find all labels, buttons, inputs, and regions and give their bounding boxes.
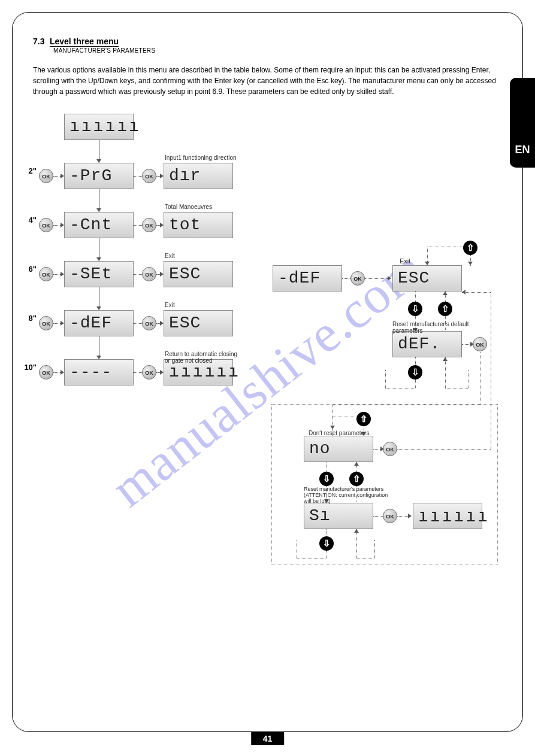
lcd-left-4: -dEF: [64, 310, 134, 336]
lcd-right-2: tot: [164, 212, 233, 238]
lcd-def-start: -dEF: [273, 265, 342, 292]
section-title: Level three menu: [50, 37, 119, 47]
ok-button[interactable]: OK: [142, 267, 156, 281]
row-label: Total Manoeuvres: [165, 204, 212, 210]
time-label: 6": [22, 265, 37, 274]
ok-button[interactable]: OK: [142, 316, 156, 330]
up-button[interactable]: ⇧: [349, 472, 364, 486]
section-paragraph: The various options available in this me…: [33, 65, 502, 97]
section-header: 7.3 Level three menu MANUFACTURER'S PARA…: [33, 36, 502, 54]
row-label: Return to automatic closing or gate not …: [165, 351, 237, 364]
up-button[interactable]: ⇧: [438, 302, 452, 316]
language-tab: EN: [510, 78, 535, 168]
row-label: Exit: [165, 302, 175, 308]
section-subtitle: MANUFACTURER'S PARAMETERS: [53, 47, 502, 54]
label-reset-default: Reset manufacturer's default parameters: [392, 321, 476, 334]
ok-button[interactable]: OK: [473, 337, 487, 351]
diagram: -dEF OK ESC ⇧ ⇩ ⇧ dEF. OK ⇩: [33, 114, 502, 569]
label-exit: Exit: [400, 257, 410, 265]
content: 7.3 Level three menu MANUFACTURER'S PARA…: [33, 36, 502, 720]
lcd-left-2: -Cnt: [64, 212, 134, 238]
down-button[interactable]: ⇩: [408, 365, 422, 379]
up-button[interactable]: ⇧: [356, 412, 371, 426]
confirm-box: [271, 404, 498, 564]
lcd-bars-right: ıııııı: [413, 503, 482, 529]
section-number: 7.3: [33, 37, 44, 46]
up-button[interactable]: ⇧: [463, 241, 477, 255]
lcd-right-4: ESC: [164, 310, 233, 336]
ok-button[interactable]: OK: [142, 218, 156, 232]
lcd-right-1: dır: [164, 163, 233, 189]
ok-button[interactable]: OK: [39, 267, 53, 281]
lcd-no: no: [304, 436, 373, 462]
lcd-si: Sı: [304, 503, 373, 529]
time-label: 4": [22, 215, 37, 224]
time-label: 2": [22, 166, 37, 175]
ok-button[interactable]: OK: [383, 442, 397, 456]
ok-button[interactable]: OK: [383, 509, 397, 523]
lcd-right-3: ESC: [164, 261, 233, 287]
ok-button[interactable]: OK: [39, 365, 53, 379]
lcd-left-3: -SEt: [64, 261, 134, 287]
label-notice: Reset manufacturer's parameters (ATTENTI…: [304, 486, 412, 504]
lcd-left-0: ıııııı: [64, 114, 134, 140]
time-label: 10": [22, 363, 37, 372]
lcd-def-dot: dEF.: [392, 331, 462, 357]
row-label: Exit: [165, 253, 175, 259]
ok-button[interactable]: OK: [142, 169, 156, 183]
lcd-left-1: -PrG: [64, 163, 134, 189]
lcd-left-5: ----: [64, 359, 134, 385]
ok-button[interactable]: OK: [39, 316, 53, 330]
time-label: 8": [22, 314, 37, 323]
page-number: 41: [251, 732, 285, 745]
lcd-esc-right: ESC: [392, 265, 462, 292]
row-label: Input1 functioning direction: [165, 154, 237, 161]
label-dont-reset: Don't reset parameters: [309, 430, 369, 436]
down-button[interactable]: ⇩: [408, 302, 422, 316]
ok-button[interactable]: OK: [39, 169, 53, 183]
ok-button[interactable]: OK: [142, 365, 156, 379]
down-button[interactable]: ⇩: [319, 472, 334, 486]
down-button[interactable]: ⇩: [319, 536, 334, 551]
ok-button[interactable]: OK: [350, 271, 365, 286]
ok-button[interactable]: OK: [39, 218, 53, 232]
